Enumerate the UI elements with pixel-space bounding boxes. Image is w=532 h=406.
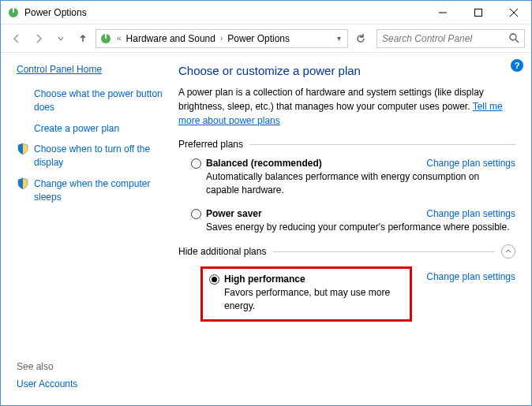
page-title: Choose or customize a power plan (178, 64, 515, 77)
plan-name: Power saver (206, 208, 262, 219)
navbar: « Hardware and Sound › Power Options ▾ (1, 24, 531, 53)
sidebar-item-label[interactable]: Create a power plan (34, 122, 119, 136)
change-settings-link[interactable]: Change plan settings (426, 158, 515, 169)
back-button[interactable] (7, 29, 26, 48)
plan-name: Balanced (recommended) (206, 158, 322, 169)
highlight-box: High performance Favors performance, but… (200, 266, 412, 322)
radio-high-performance[interactable] (209, 274, 219, 285)
recent-dropdown[interactable] (51, 29, 70, 48)
close-button[interactable] (496, 1, 531, 24)
svg-point-8 (510, 34, 516, 40)
plan-high-performance[interactable]: High performance Favors performance, but… (209, 274, 403, 313)
sidebar-item-create-plan[interactable]: Create a power plan (17, 122, 163, 136)
forward-button[interactable] (29, 29, 48, 48)
shield-icon (17, 177, 29, 190)
crumb-dropdown-icon[interactable]: ▾ (334, 34, 344, 43)
control-panel-home-link[interactable]: Control Panel Home (17, 64, 163, 75)
minimize-button[interactable] (425, 1, 460, 24)
sidebar-item-display-off[interactable]: Choose when to turn off the display (17, 143, 163, 169)
svg-rect-1 (13, 8, 14, 13)
sidebar-item-label[interactable]: Choose what the power button does (34, 88, 163, 114)
intro-body: A power plan is a collection of hardware… (178, 87, 484, 112)
body: ? Control Panel Home Choose what the pow… (1, 53, 531, 405)
plan-desc: Saves energy by reducing your computer's… (206, 221, 515, 234)
divider (249, 144, 515, 145)
sidebar-item-label[interactable]: Change when the computer sleeps (34, 177, 163, 204)
maximize-button[interactable] (460, 1, 496, 24)
preferred-plans-header: Preferred plans (178, 139, 515, 150)
main-content: Choose or customize a power plan A power… (170, 53, 531, 405)
radio-power-saver[interactable] (191, 209, 201, 219)
power-options-window: Power Options « Hardware and Sound › Pow… (0, 0, 532, 406)
crumb-sep-icon: « (114, 34, 125, 43)
intro-text: A power plan is a collection of hardware… (178, 85, 515, 128)
blank-icon (17, 88, 29, 100)
plan-desc: Automatically balances performance with … (206, 170, 515, 197)
svg-line-9 (515, 39, 519, 43)
plan-desc: Favors performance, but may use more ene… (224, 286, 403, 313)
section-label: Hide additional plans (178, 246, 272, 257)
section-label: Preferred plans (178, 139, 249, 150)
up-button[interactable] (73, 29, 92, 48)
titlebar: Power Options (1, 1, 531, 24)
power-options-icon (7, 6, 20, 19)
help-icon[interactable]: ? (511, 59, 523, 72)
change-settings-link[interactable]: Change plan settings (426, 208, 515, 219)
sidebar: Control Panel Home Choose what the power… (1, 53, 170, 405)
refresh-button[interactable] (351, 29, 370, 48)
blank-icon (17, 122, 29, 135)
crumb-power[interactable]: Power Options (226, 33, 291, 44)
crumb-hardware[interactable]: Hardware and Sound (125, 33, 217, 44)
sidebar-item-sleep[interactable]: Change when the computer sleeps (17, 177, 163, 204)
search-icon[interactable] (509, 33, 519, 43)
plan-name: High performance (224, 274, 305, 285)
svg-rect-7 (105, 34, 107, 39)
see-also: See also User Accounts (17, 361, 77, 389)
power-icon (99, 32, 112, 45)
change-settings-link[interactable]: Change plan settings (426, 271, 515, 282)
search-input[interactable] (382, 33, 509, 44)
sidebar-item-label[interactable]: Choose when to turn off the display (34, 143, 163, 169)
plan-balanced[interactable]: Balanced (recommended) Change plan setti… (178, 158, 515, 197)
radio-balanced[interactable] (191, 158, 201, 169)
user-accounts-link[interactable]: User Accounts (17, 378, 77, 389)
see-also-header: See also (17, 361, 77, 372)
plan-power-saver[interactable]: Power saver Change plan settings Saves e… (178, 208, 515, 234)
sidebar-item-power-button[interactable]: Choose what the power button does (17, 88, 163, 114)
search-box[interactable] (377, 29, 525, 48)
additional-plans-header[interactable]: Hide additional plans (178, 244, 515, 259)
divider (272, 251, 495, 252)
plan-high-performance-row: High performance Favors performance, but… (178, 266, 515, 322)
window-buttons (425, 1, 531, 24)
shield-icon (17, 143, 29, 155)
collapse-icon[interactable] (501, 244, 515, 259)
svg-rect-3 (474, 9, 481, 16)
window-title: Power Options (24, 7, 425, 18)
chevron-right-icon: › (217, 34, 226, 43)
breadcrumb[interactable]: « Hardware and Sound › Power Options ▾ (96, 29, 348, 48)
